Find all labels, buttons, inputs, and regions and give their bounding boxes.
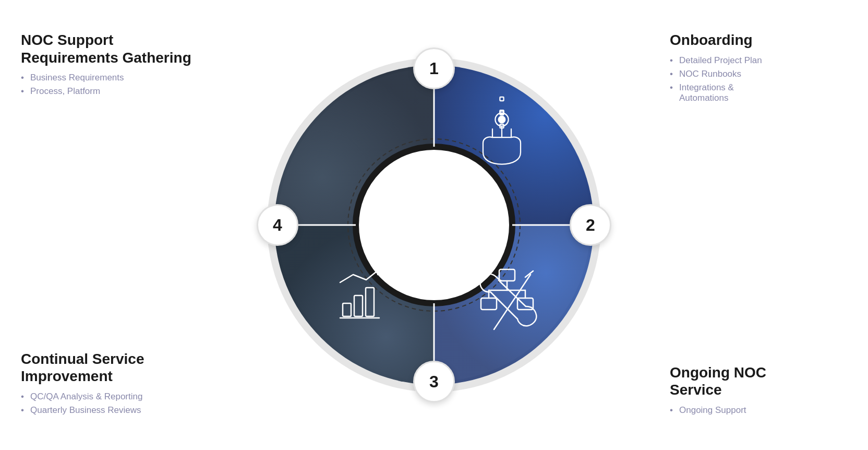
bullets-requirements: Business Requirements Process, Platform	[21, 73, 191, 97]
bullets-improvement: QC/QA Analysis & Reporting Quarterly Bus…	[21, 392, 144, 416]
bullet-item: Detailed Project Plan	[670, 55, 762, 66]
bullet-item: Process, Platform	[21, 86, 191, 97]
svg-point-16	[499, 116, 505, 123]
bullet-item: NOC Runbooks	[670, 69, 762, 79]
badge-2: 2	[570, 204, 611, 246]
badge-1: 1	[413, 48, 455, 89]
section-improvement: Continual ServiceImprovement QC/QA Analy…	[21, 350, 144, 419]
section-title-noc-service: Ongoing NOCService	[670, 364, 766, 399]
bullet-item: Quarterly Business Reviews	[21, 405, 144, 416]
wheel-svg	[251, 42, 617, 408]
page-container: NOC SupportRequirements Gathering Busine…	[0, 0, 868, 450]
bullet-item: QC/QA Analysis & Reporting	[21, 392, 144, 402]
bullets-noc-service: Ongoing Support	[670, 405, 766, 416]
section-requirements: NOC SupportRequirements Gathering Busine…	[21, 31, 191, 100]
section-title-improvement: Continual ServiceImprovement	[21, 350, 144, 385]
left-panel: NOC SupportRequirements Gathering Busine…	[0, 0, 219, 450]
bullet-item: Ongoing Support	[670, 405, 766, 416]
bullet-item: Business Requirements	[21, 73, 191, 83]
section-onboarding: Onboarding Detailed Project Plan NOC Run…	[670, 31, 762, 106]
badge-3: 3	[413, 361, 455, 402]
section-title-onboarding: Onboarding	[670, 31, 762, 49]
badge-4: 4	[257, 204, 298, 246]
right-panel: Onboarding Detailed Project Plan NOC Run…	[649, 0, 868, 450]
bullets-onboarding: Detailed Project Plan NOC Runbooks Integ…	[670, 55, 762, 103]
section-title-requirements: NOC SupportRequirements Gathering	[21, 31, 191, 66]
bullet-item: Integrations &Automations	[670, 82, 762, 103]
wheel-container: 1 2 3 4	[251, 42, 617, 408]
section-noc-service: Ongoing NOCService Ongoing Support	[670, 364, 766, 419]
